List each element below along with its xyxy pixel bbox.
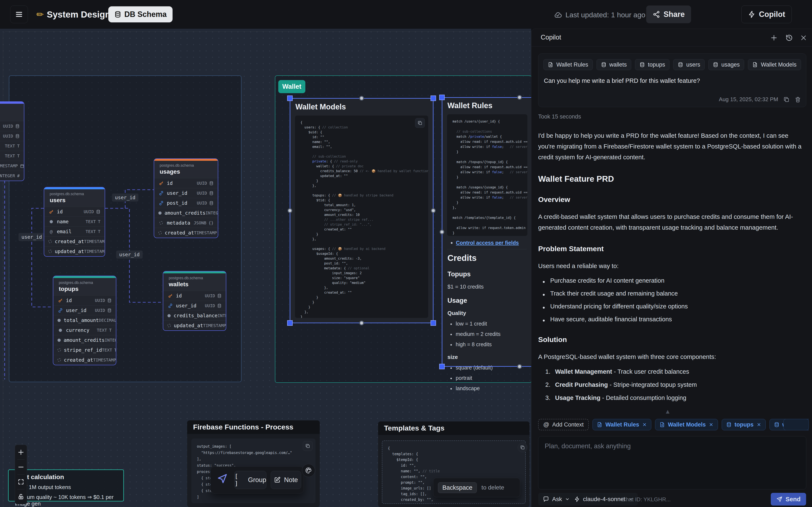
copy-message-button[interactable] bbox=[783, 96, 790, 103]
add-context-button[interactable]: @ Add Context bbox=[538, 419, 589, 430]
select-tool-button[interactable] bbox=[216, 473, 229, 485]
type-text-icon: T bbox=[98, 229, 100, 234]
context-chip-wallet-models[interactable]: Wallet Models bbox=[748, 59, 801, 70]
remove-chip-icon[interactable] bbox=[709, 422, 713, 427]
note-firebase-functions[interactable]: Firebase Functions - Process output_imag… bbox=[187, 420, 320, 507]
tab-db-schema[interactable]: DB Schema bbox=[108, 6, 172, 22]
context-chip-wallets[interactable]: wallets bbox=[597, 59, 631, 70]
context-chip-wallet-rules[interactable]: Wallet Rules bbox=[544, 59, 593, 70]
table-field-row[interactable]: user_idUUID bbox=[163, 300, 226, 311]
table-field-row[interactable]: idUUID bbox=[163, 291, 226, 300]
chat-history-button[interactable] bbox=[784, 33, 794, 43]
table-field-row[interactable]: @emailTEXTT bbox=[44, 226, 105, 236]
table-field-row[interactable]: idUUID bbox=[53, 295, 116, 305]
prd-title: Wallet Feature PRD bbox=[538, 174, 806, 183]
delete-message-button[interactable] bbox=[795, 96, 801, 103]
zoom-out-button[interactable] bbox=[15, 460, 27, 474]
resize-handle[interactable] bbox=[359, 321, 364, 325]
table-field-row[interactable]: undefinedTEXTT bbox=[0, 151, 24, 161]
table-field-row[interactable]: undefinedTEXTT bbox=[0, 141, 24, 151]
table-field-row[interactable]: undefinedUUID bbox=[0, 121, 24, 131]
table-field-row[interactable]: amount_creditsINTEGER# bbox=[53, 335, 116, 345]
table-topups[interactable]: postgres.db.schematopupsidUUIDuser_idUUI… bbox=[53, 276, 116, 365]
context-chip-topups[interactable]: topups bbox=[635, 59, 669, 70]
prompt-input[interactable] bbox=[539, 437, 806, 489]
table-field-row[interactable]: created_atTIMESTAMP bbox=[154, 228, 218, 238]
table-field-row[interactable]: total_amountDECIMAL bbox=[53, 315, 116, 325]
resize-handle[interactable] bbox=[288, 208, 292, 213]
zoom-fit-button[interactable] bbox=[15, 475, 27, 489]
table-field-row[interactable]: stripe_ref_idTEXTT bbox=[53, 345, 116, 355]
mode-select-button[interactable]: Ask bbox=[538, 493, 574, 506]
table-field-row[interactable]: created_atTIMESTAMP bbox=[53, 355, 116, 365]
table-field-row[interactable]: updated_atTIMESTAMP bbox=[44, 246, 105, 256]
wallet-group-label[interactable]: Wallet bbox=[278, 80, 305, 93]
resize-handle[interactable] bbox=[430, 96, 436, 101]
table-field-row[interactable]: metadataJSONB{} bbox=[154, 218, 218, 228]
resize-handle[interactable] bbox=[287, 320, 293, 326]
edge-label-user-id[interactable]: user_id bbox=[112, 193, 139, 202]
table-field-row[interactable]: currencyTEXTT bbox=[53, 325, 116, 335]
group-tool-button[interactable]: [ ] Group bbox=[234, 471, 266, 489]
table-field-row[interactable]: undefinedUUID bbox=[0, 131, 24, 141]
table-field-row[interactable]: created_atTIMESTAMP bbox=[44, 236, 105, 246]
resize-handle[interactable] bbox=[517, 95, 522, 100]
resize-handle[interactable] bbox=[440, 230, 444, 234]
table-field-row[interactable]: user_idUUID bbox=[154, 188, 218, 198]
chat-id-label: Chat ID: YKLGHR... bbox=[622, 496, 671, 503]
menu-button[interactable] bbox=[10, 5, 28, 23]
table-field-row[interactable]: post_idUUID bbox=[154, 198, 218, 208]
table-field-row[interactable]: amount_creditsINTEGER# bbox=[154, 208, 218, 218]
copilot-toggle-button[interactable]: Copilot bbox=[742, 5, 792, 23]
table-usages[interactable]: postgres.db.schemausagesidUUIDuser_idUUI… bbox=[154, 158, 218, 238]
field-dot-icon bbox=[57, 339, 61, 342]
table-users[interactable]: postgres.db.schemausersidUUIDnameTEXTT@e… bbox=[44, 187, 105, 257]
send-button[interactable]: Send bbox=[771, 493, 806, 506]
share-button[interactable]: Share bbox=[646, 5, 691, 23]
diagram-canvas[interactable]: Wallet user_id user_id user_id postgres.… bbox=[0, 29, 531, 507]
table-partial[interactable]: undefinedUUIDundefinedUUIDundefinedTEXTT… bbox=[0, 101, 24, 181]
resize-handle[interactable] bbox=[439, 95, 445, 100]
note-wallet-rules[interactable]: Wallet Rules match /users/{user_id} { //… bbox=[442, 98, 531, 366]
zoom-in-button[interactable] bbox=[15, 445, 27, 459]
context-chip-partial[interactable] bbox=[783, 419, 809, 430]
context-chip-usages[interactable]: usages bbox=[708, 59, 744, 70]
edge-label-user-id[interactable]: user_id bbox=[116, 250, 143, 259]
table-wallets[interactable]: postgres.db.schemawalletsidUUIDuser_idUU… bbox=[163, 271, 226, 331]
resize-handle[interactable] bbox=[359, 96, 364, 101]
resize-handle[interactable] bbox=[517, 364, 522, 369]
table-field-row[interactable]: credits_balanceINTEGER# bbox=[163, 311, 226, 321]
field-name: updated_at bbox=[55, 249, 84, 254]
field-type: INTEGER bbox=[105, 338, 116, 343]
context-chip-users[interactable]: users bbox=[673, 59, 705, 70]
remove-chip-icon[interactable] bbox=[642, 422, 647, 427]
table-field-row[interactable]: idUUID bbox=[154, 178, 218, 188]
resize-handle[interactable] bbox=[439, 364, 445, 369]
remove-chip-icon[interactable] bbox=[757, 422, 761, 427]
note-tool-button[interactable]: Note bbox=[271, 471, 301, 489]
table-field-row[interactable]: undefinedTIMESTAMP bbox=[0, 161, 24, 171]
resize-handle[interactable] bbox=[431, 208, 436, 213]
resize-handle[interactable] bbox=[430, 320, 436, 326]
close-panel-button[interactable] bbox=[799, 33, 808, 43]
context-chip-topups[interactable]: topups bbox=[722, 419, 766, 430]
table-field-row[interactable]: user_idUUID bbox=[53, 305, 116, 315]
resize-handle[interactable] bbox=[287, 96, 293, 101]
context-chip-wallet-rules[interactable]: Wallet Rules bbox=[593, 419, 651, 430]
new-chat-button[interactable] bbox=[769, 33, 778, 43]
context-chip-wallet-models[interactable]: Wallet Models bbox=[655, 419, 718, 430]
note-wallet-models[interactable]: Wallet Models { users: { // collection $… bbox=[290, 99, 433, 323]
style-palette-button[interactable] bbox=[302, 464, 315, 477]
edge-label-user-id[interactable]: user_id bbox=[18, 233, 45, 241]
copy-code-button[interactable] bbox=[415, 118, 425, 128]
scroll-down-indicator[interactable]: ▲ bbox=[666, 409, 669, 414]
copy-icon bbox=[520, 445, 525, 450]
lock-button[interactable] bbox=[15, 490, 27, 504]
control-access-link[interactable]: Control access per fields bbox=[456, 240, 519, 246]
table-field-row[interactable]: updated_atTIMESTAMP bbox=[163, 321, 226, 330]
table-field-row[interactable]: idUUID bbox=[44, 207, 105, 217]
copy-code-button[interactable] bbox=[303, 441, 312, 451]
copy-code-button[interactable] bbox=[518, 443, 527, 452]
table-field-row[interactable]: nameTEXTT bbox=[44, 217, 105, 226]
table-field-row[interactable]: undefinedINTEGER# bbox=[0, 171, 24, 181]
